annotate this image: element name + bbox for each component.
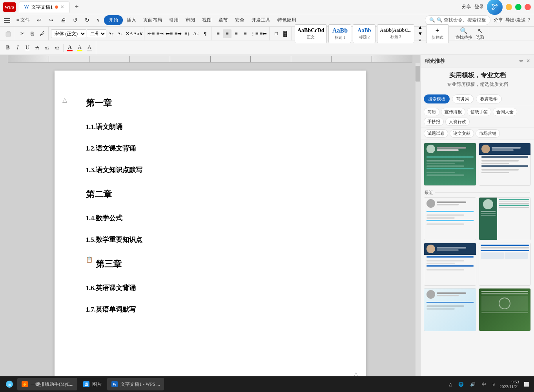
menu-undo[interactable]: ↩ [34, 15, 45, 25]
highlight-button[interactable]: A [75, 43, 84, 53]
tag-marketing[interactable]: 市场营销 [476, 129, 500, 138]
menu-file[interactable]: ≡ 文件 [13, 15, 33, 25]
change-case-button[interactable]: Aa∨ [134, 29, 142, 38]
shading-button[interactable]: ▓ [281, 29, 290, 38]
chinese-indent-button[interactable]: ≡⬅ [259, 29, 268, 38]
filter-search-tab[interactable]: 搜索模板 [424, 94, 450, 103]
para-right-button[interactable]: ≡➡ [174, 29, 182, 38]
font-size-up-button[interactable]: A↑ [107, 29, 115, 38]
indent-decrease-button[interactable]: ⇤≡ [147, 29, 155, 38]
style-h1[interactable]: AaBb 标题 1 [328, 24, 351, 43]
indent-increase-button[interactable]: ≡⇥ [156, 29, 164, 38]
share-button[interactable]: 分享 [462, 4, 471, 10]
filter-education-tab[interactable]: 教育教学 [476, 94, 502, 103]
copy-button[interactable]: ⎘ [27, 29, 37, 38]
font-name-select[interactable]: 宋体 (正文) [51, 29, 86, 38]
template-thumb-4[interactable] [479, 197, 531, 240]
new-tab-button[interactable]: + [71, 2, 82, 13]
para-left-button[interactable]: ⬅≡ [165, 29, 173, 38]
tag-exam[interactable]: 试题试卷 [424, 129, 448, 138]
taskbar-show-desktop[interactable]: ⬜ [522, 381, 531, 388]
cut-button[interactable]: ✂ [18, 29, 27, 38]
template-thumb-8[interactable] [479, 288, 531, 331]
line-spacing-button[interactable]: ≡↕ [183, 29, 191, 38]
menu-chapter[interactable]: 章节 [215, 15, 231, 25]
subscript-button[interactable]: x2 [52, 43, 62, 53]
font-size-select[interactable]: 二号 小二 三号 [87, 29, 106, 38]
tag-handpaper[interactable]: 手抄报 [424, 118, 444, 126]
tag-hr[interactable]: 人资行政 [445, 118, 470, 126]
tag-poster[interactable]: 宣传海报 [441, 108, 465, 116]
sidebar-close-button[interactable]: ✕ [526, 58, 530, 64]
hamburger-menu[interactable] [2, 15, 13, 26]
menu-redo[interactable]: ↪ [46, 15, 56, 25]
font-color-button[interactable]: A [65, 43, 75, 53]
style-h3[interactable]: AaBb(AaBbC... 标题 3 [377, 24, 414, 43]
menu-dev[interactable]: 开发工具 [248, 15, 273, 25]
close-button[interactable] [525, 4, 531, 10]
taskbar-volume[interactable]: 🔊 [468, 381, 477, 388]
taskbar-ime[interactable]: 中 [480, 381, 488, 388]
align-left-button[interactable]: ≡ [214, 29, 222, 38]
menu-security[interactable]: 安全 [232, 15, 248, 25]
tag-thesis[interactable]: 论文文献 [450, 129, 474, 138]
taskbar-item-assistant[interactable]: ⚡ 一键排版助手(MyE... [17, 378, 77, 390]
style-normal[interactable]: AaBbCcDd 正文 [295, 24, 327, 43]
tab-close-icon[interactable]: ✕ [60, 4, 64, 10]
styles-scroll-down[interactable]: ▼ [416, 31, 425, 37]
align-center-button[interactable]: ≡ [223, 29, 231, 38]
template-thumb-3[interactable] [424, 197, 476, 240]
font-bg-button[interactable]: A [85, 43, 94, 53]
menu-review[interactable]: 审阅 [182, 15, 198, 25]
minimize-button[interactable] [506, 4, 512, 10]
align-justify-button[interactable]: ≡ [241, 29, 250, 38]
start-icon[interactable]: ⊞ [3, 378, 16, 390]
taskbar-item-wps[interactable]: W 文字文稿1 - WPS ... [107, 378, 164, 390]
template-thumb-7[interactable] [424, 288, 476, 331]
align-right-button[interactable]: ≡ [232, 29, 241, 38]
format-painter-button[interactable]: 🖌 [37, 29, 47, 38]
login-button[interactable]: 登录 [474, 4, 484, 10]
find-replace-button[interactable]: 🔍 查找替换 [454, 24, 474, 43]
help-button[interactable]: ? [528, 17, 530, 23]
italic-button[interactable]: I [13, 43, 22, 53]
menu-start[interactable]: 开始 [104, 15, 123, 25]
underline-button[interactable]: U [23, 43, 32, 53]
menu-view[interactable]: 视图 [199, 15, 215, 25]
taskbar-item-image[interactable]: 🖼 图片 [79, 378, 106, 390]
taskbar-network[interactable]: 🌐 [457, 381, 465, 388]
taskbar-tray-up[interactable]: △ [447, 381, 454, 388]
template-thumb-6[interactable] [479, 243, 531, 286]
taskbar-security[interactable]: S [491, 381, 496, 387]
menu-print[interactable]: 🖨 [57, 16, 69, 25]
superscript-button[interactable]: x2 [42, 43, 52, 53]
borders-button[interactable]: □ [272, 29, 281, 38]
menu-layout[interactable]: 页面布局 [140, 15, 165, 25]
select-button[interactable]: ↖ 选取 [474, 24, 486, 43]
menu-insert[interactable]: 插入 [124, 15, 139, 25]
paste-button[interactable] [3, 29, 13, 38]
document-scroll[interactable]: △ △ 第一章 1.1.语文朗诵 1.2.语文课文背诵 1.3.语文知识点默写 … [0, 63, 420, 376]
tag-contract[interactable]: 合同大全 [493, 108, 517, 116]
strikethrough-button[interactable]: A [33, 43, 42, 53]
maximize-button[interactable] [515, 4, 521, 10]
doc-scrollbar[interactable] [416, 63, 420, 376]
sidebar-expand-button[interactable]: ⇔ [519, 58, 523, 64]
clear-format-button[interactable]: ✕A [125, 29, 133, 38]
template-thumb-2[interactable] [479, 143, 531, 186]
styles-scroll-up[interactable]: ▲ [416, 24, 425, 31]
show-hide-para-button[interactable]: ¶ [201, 29, 210, 38]
menu-ref[interactable]: 引用 [166, 15, 182, 25]
tag-letter[interactable]: 信纸手签 [467, 108, 491, 116]
template-thumb-5[interactable] [424, 243, 476, 286]
bold-button[interactable]: B [3, 43, 13, 53]
tag-resume[interactable]: 简历 [424, 108, 439, 116]
distributed-button[interactable]: ⋮≡ [250, 29, 259, 38]
sort-button[interactable]: A↕ [192, 29, 200, 38]
document-tab[interactable]: W 文字文稿1 ✕ [19, 2, 69, 13]
menu-undo2[interactable]: ↺ [70, 15, 81, 25]
menu-redo2[interactable]: ↻ [82, 15, 93, 25]
font-size-down-button[interactable]: A↓ [116, 29, 124, 38]
template-thumb-1[interactable] [424, 143, 476, 186]
filter-business-tab[interactable]: 商务风 [452, 94, 474, 103]
